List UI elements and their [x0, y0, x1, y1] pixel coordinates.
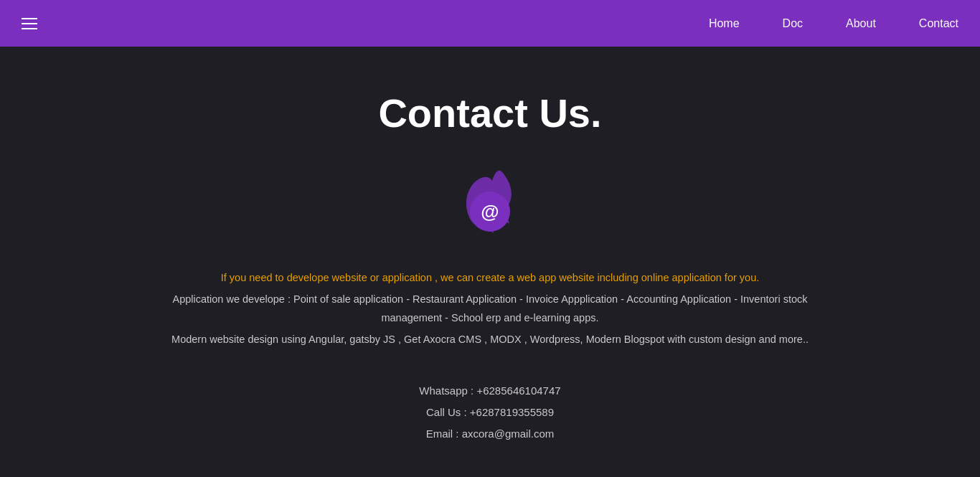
navbar: Home Doc About Contact	[0, 0, 980, 47]
nav-link-doc[interactable]: Doc	[783, 17, 803, 29]
description-line-1: If you need to develope website or appli…	[167, 268, 813, 287]
svg-text:@: @	[481, 201, 499, 222]
email-info: Email : axcora@gmail.com	[419, 423, 560, 445]
call-info: Call Us : +6287819355589	[419, 402, 560, 423]
email-label: Email :	[426, 428, 459, 440]
nav-item-contact[interactable]: Contact	[919, 17, 958, 30]
main-content: Contact Us. @ If you need to develope we…	[0, 47, 980, 473]
nav-item-doc[interactable]: Doc	[783, 17, 803, 30]
whatsapp-info: Whatsapp : +6285646104747	[419, 380, 560, 402]
description-line-3: Modern website design using Angular, gat…	[167, 330, 813, 349]
hamburger-menu-icon[interactable]	[22, 18, 37, 29]
nav-item-about[interactable]: About	[846, 17, 876, 30]
whatsapp-label: Whatsapp :	[419, 384, 473, 397]
nav-link-home[interactable]: Home	[709, 17, 740, 29]
email-value: axcora@gmail.com	[462, 428, 555, 440]
description-block: If you need to develope website or appli…	[167, 268, 813, 351]
call-label: Call Us :	[426, 406, 467, 418]
description-line-2: Application we develope : Point of sale …	[167, 290, 813, 327]
nav-item-home[interactable]: Home	[709, 17, 740, 30]
whatsapp-value: +6285646104747	[476, 384, 560, 397]
contact-email-icon: @	[451, 165, 529, 247]
call-value: +6287819355589	[470, 406, 554, 418]
contact-info: Whatsapp : +6285646104747 Call Us : +628…	[419, 380, 560, 445]
page-title: Contact Us.	[378, 90, 601, 136]
nav-link-about[interactable]: About	[846, 17, 876, 29]
nav-links: Home Doc About Contact	[709, 17, 958, 30]
nav-link-contact[interactable]: Contact	[919, 17, 958, 29]
